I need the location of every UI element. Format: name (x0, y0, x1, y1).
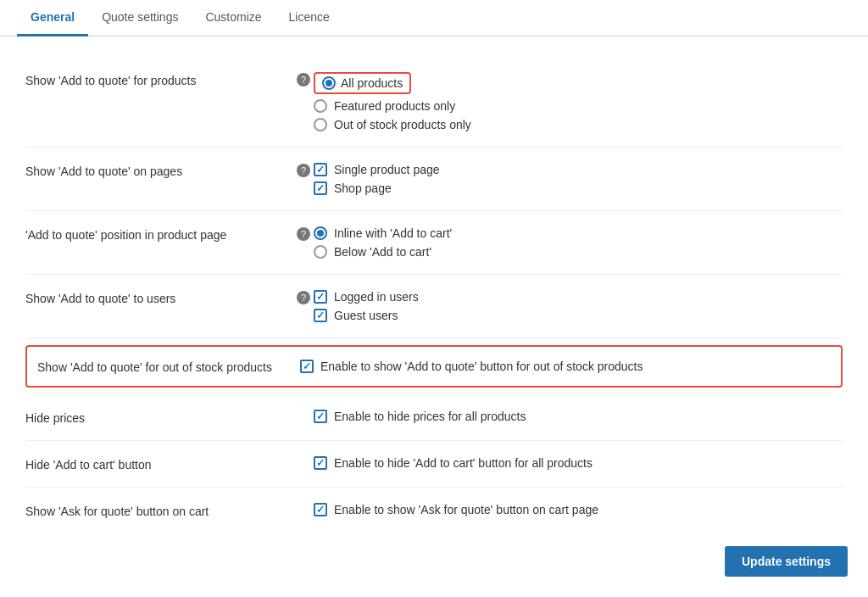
label-enable-ask-for-quote: Enable to show 'Ask for quote' button on… (334, 503, 598, 516)
label-enable-out-of-stock: Enable to show 'Add to quote' button for… (320, 360, 643, 373)
label-logged-in-users: Logged in users (334, 290, 419, 304)
label-shop-page: Shop page (334, 181, 392, 195)
control-all-products: All products (314, 72, 843, 94)
row-hide-prices: Hide prices Enable to hide prices for al… (25, 394, 843, 441)
label-guest-users: Guest users (334, 309, 398, 322)
controls-add-to-quote-position: Inline with 'Add to cart' Below 'Add to … (314, 226, 843, 259)
label-add-to-quote-position: 'Add to quote' position in product page (25, 226, 297, 242)
label-show-add-to-quote-pages: Show 'Add to quote' on pages (25, 163, 297, 178)
label-show-add-to-quote-products: Show 'Add to quote' for products (25, 72, 297, 87)
controls-show-add-to-quote-pages: Single product page Shop page (314, 163, 843, 195)
row-show-ask-for-quote: Show 'Ask for quote' button on cart Enab… (25, 488, 843, 533)
control-below-add-to-cart: Below 'Add to cart' (314, 245, 843, 259)
all-products-highlight: All products (314, 72, 411, 94)
label-show-ask-for-quote: Show 'Ask for quote' button on cart (25, 503, 314, 518)
control-shop-page: Shop page (314, 181, 843, 195)
checkbox-hide-add-to-cart[interactable] (314, 456, 327, 470)
tab-customize[interactable]: Customize (192, 0, 275, 36)
control-logged-in-users: Logged in users (314, 290, 843, 304)
tab-quote-settings[interactable]: Quote settings (88, 0, 192, 36)
control-featured-products: Featured products only (314, 99, 843, 113)
checkbox-single-product-page[interactable] (314, 163, 327, 176)
control-single-product-page: Single product page (314, 163, 843, 176)
controls-show-ask-for-quote: Enable to show 'Ask for quote' button on… (314, 503, 843, 516)
label-hide-add-to-cart: Hide 'Add to cart' button (25, 456, 314, 471)
checkbox-logged-in-users[interactable] (314, 290, 327, 304)
tab-general[interactable]: General (17, 0, 88, 36)
label-below-add-to-cart: Below 'Add to cart' (334, 245, 431, 259)
label-enable-hide-add-to-cart: Enable to hide 'Add to cart' button for … (334, 456, 593, 470)
control-enable-hide-add-to-cart: Enable to hide 'Add to cart' button for … (314, 456, 843, 470)
radio-featured-products[interactable] (314, 99, 327, 113)
label-show-add-to-quote-users: Show 'Add to quote' to users (25, 290, 297, 305)
label-out-of-stock-products: Out of stock products only (334, 118, 471, 131)
controls-hide-add-to-cart: Enable to hide 'Add to cart' button for … (314, 456, 843, 470)
row-show-add-to-quote-users: Show 'Add to quote' to users ? Logged in… (25, 275, 843, 338)
controls-show-add-to-quote-users: Logged in users Guest users (314, 290, 843, 322)
row-hide-add-to-cart: Hide 'Add to cart' button Enable to hide… (25, 441, 843, 488)
settings-content: Show 'Add to quote' for products ? All p… (0, 36, 868, 554)
control-enable-ask-for-quote: Enable to show 'Ask for quote' button on… (314, 503, 843, 516)
controls-hide-prices: Enable to hide prices for all products (314, 410, 843, 423)
radio-inline-add-to-cart[interactable] (314, 226, 327, 240)
controls-show-add-to-quote-products: All products Featured products only Out … (314, 72, 843, 131)
page-wrapper: General Quote settings Customize Licence… (0, 0, 868, 597)
label-enable-hide-prices: Enable to hide prices for all products (334, 410, 526, 423)
help-icon-products[interactable]: ? (297, 73, 310, 86)
label-single-product-page: Single product page (334, 163, 440, 176)
radio-below-add-to-cart[interactable] (314, 245, 327, 259)
label-show-add-to-quote-out-of-stock: Show 'Add to quote' for out of stock pro… (37, 359, 300, 374)
control-enable-hide-prices: Enable to hide prices for all products (314, 410, 843, 423)
radio-out-of-stock-products[interactable] (314, 118, 327, 131)
update-settings-button[interactable]: Update settings (725, 546, 848, 577)
checkbox-guest-users[interactable] (314, 309, 327, 322)
row-show-add-to-quote-products: Show 'Add to quote' for products ? All p… (25, 57, 843, 148)
help-icon-position[interactable]: ? (297, 227, 310, 241)
checkbox-shop-page[interactable] (314, 181, 327, 195)
control-out-of-stock-products: Out of stock products only (314, 118, 843, 131)
label-featured-products: Featured products only (334, 99, 455, 113)
tab-licence[interactable]: Licence (275, 0, 343, 36)
help-icon-users[interactable]: ? (297, 291, 310, 304)
label-inline-add-to-cart: Inline with 'Add to cart' (334, 226, 452, 240)
row-show-add-to-quote-pages: Show 'Add to quote' on pages ? Single pr… (25, 148, 843, 211)
help-icon-pages[interactable]: ? (297, 164, 310, 177)
row-add-to-quote-position: 'Add to quote' position in product page … (25, 211, 843, 275)
radio-all-products[interactable] (322, 76, 336, 90)
label-hide-prices: Hide prices (25, 410, 314, 425)
tabs-bar: General Quote settings Customize Licence (0, 0, 868, 36)
label-all-products: All products (341, 76, 403, 90)
control-enable-out-of-stock: Enable to show 'Add to quote' button for… (300, 360, 831, 373)
checkbox-enable-out-of-stock[interactable] (300, 360, 314, 373)
controls-show-add-to-quote-out-of-stock: Enable to show 'Add to quote' button for… (300, 360, 831, 373)
control-inline-add-to-cart: Inline with 'Add to cart' (314, 226, 843, 240)
control-guest-users: Guest users (314, 309, 843, 322)
checkbox-hide-prices[interactable] (314, 410, 327, 423)
checkbox-ask-for-quote[interactable] (314, 503, 327, 516)
row-show-add-to-quote-out-of-stock: Show 'Add to quote' for out of stock pro… (25, 345, 843, 388)
